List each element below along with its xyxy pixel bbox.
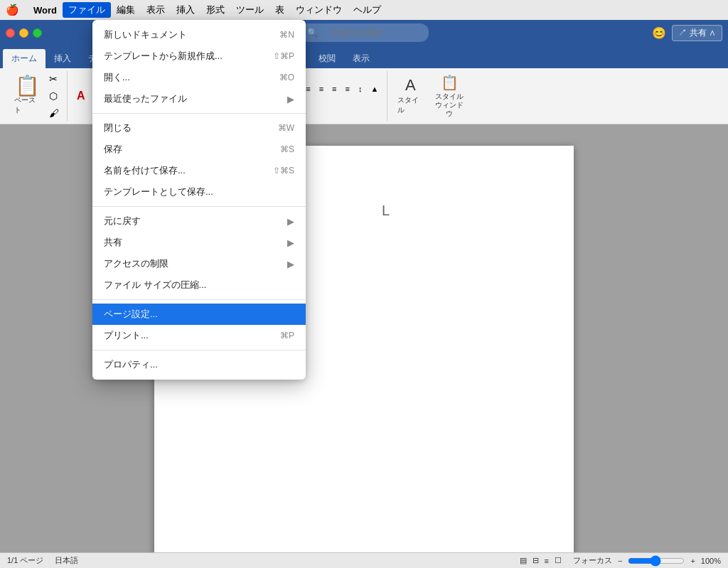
view-icon-1[interactable]: ▤ bbox=[520, 556, 527, 565]
menu-item-word[interactable]: Word bbox=[28, 4, 63, 17]
menu-item-label-7: テンプレートとして保存... bbox=[104, 186, 213, 198]
maximize-button[interactable] bbox=[33, 28, 42, 38]
styles-button[interactable]: A スタイル bbox=[393, 74, 427, 118]
menu-row-left-6: 名前を付けて保存... bbox=[104, 164, 186, 177]
file-menu-item-3[interactable]: 最近使ったファイル▶ bbox=[92, 88, 306, 109]
file-menu-item-4[interactable]: 閉じる⌘W bbox=[92, 117, 306, 139]
menu-shortcut-13: ⌘P bbox=[280, 331, 294, 341]
tab-home[interactable]: ホーム bbox=[3, 49, 46, 68]
font-size-btn[interactable]: A bbox=[73, 87, 89, 105]
file-menu-item-11[interactable]: ファイル サイズの圧縮... bbox=[92, 274, 306, 296]
menu-item-insert[interactable]: 挿入 bbox=[171, 2, 200, 18]
menu-row-left-5: 保存 bbox=[104, 143, 122, 156]
menu-item-right-8: ▶ bbox=[282, 216, 294, 227]
menu-separator-7 bbox=[92, 206, 306, 207]
search-icon: 🔍 bbox=[307, 28, 318, 38]
menu-item-label-9: 共有 bbox=[104, 236, 122, 249]
justify-btn[interactable]: ≡ bbox=[342, 82, 353, 95]
menu-item-label-14: プロパティ... bbox=[104, 358, 158, 371]
file-menu: 新しいドキュメント⌘Nテンプレートから新規作成...⇧⌘P開く...⌘O最近使っ… bbox=[92, 20, 306, 380]
file-menu-item-14[interactable]: プロパティ... bbox=[92, 354, 306, 375]
menu-item-edit[interactable]: 編集 bbox=[111, 2, 141, 18]
minimize-button[interactable] bbox=[19, 28, 28, 38]
menu-row-left-8: 元に戻す bbox=[104, 215, 141, 227]
paste-group-top: 📋 ペースト ✂ ⬡ 🖌 bbox=[10, 71, 63, 121]
menu-shortcut-0: ⌘N bbox=[279, 30, 294, 40]
styles-group: A スタイル 📋 スタイルウィンドウ bbox=[389, 71, 474, 121]
align-right-btn[interactable]: ≡ bbox=[328, 82, 340, 95]
file-menu-item-7[interactable]: テンプレートとして保存... bbox=[92, 181, 306, 203]
copy-button[interactable]: ⬡ bbox=[46, 88, 63, 104]
styles-icon: A bbox=[402, 77, 419, 94]
tab-view[interactable]: 表示 bbox=[344, 49, 378, 68]
styles-group-top: A スタイル 📋 スタイルウィンドウ bbox=[393, 71, 470, 121]
format-painter-button[interactable]: 🖌 bbox=[46, 105, 63, 121]
menu-item-window[interactable]: ウィンドウ bbox=[290, 2, 348, 18]
status-left: 1/1 ページ 日本語 bbox=[7, 555, 78, 566]
file-menu-item-0[interactable]: 新しいドキュメント⌘N bbox=[92, 24, 306, 45]
file-menu-item-12[interactable]: ページ設定... bbox=[92, 304, 306, 325]
paste-label: ペースト bbox=[14, 95, 40, 115]
view-icon-2[interactable]: ⊟ bbox=[532, 556, 539, 565]
zoom-plus-btn[interactable]: + bbox=[690, 557, 695, 565]
paste-button[interactable]: 📋 ペースト bbox=[10, 74, 44, 118]
apple-logo-icon[interactable]: 🍎 bbox=[6, 4, 19, 16]
menu-item-right-5: ⌘S bbox=[263, 144, 294, 154]
menu-item-right-1: ⇧⌘P bbox=[256, 51, 294, 61]
traffic-lights bbox=[6, 28, 42, 38]
menu-item-right-4: ⌘W bbox=[261, 123, 294, 133]
styles-window-button[interactable]: 📋 スタイルウィンドウ bbox=[429, 71, 470, 121]
menu-item-format[interactable]: 形式 bbox=[200, 2, 230, 18]
tab-review[interactable]: 校閲 bbox=[310, 49, 344, 68]
file-menu-item-13[interactable]: プリント...⌘P bbox=[92, 325, 306, 346]
menu-item-right-13: ⌘P bbox=[263, 331, 294, 341]
close-button[interactable] bbox=[6, 28, 15, 38]
paste-icon: 📋 bbox=[18, 77, 36, 94]
menu-row-left-11: ファイル サイズの圧縮... bbox=[104, 279, 206, 291]
menu-shortcut-4: ⌘W bbox=[278, 123, 294, 133]
view-icon-4[interactable]: ☐ bbox=[555, 556, 562, 565]
line-spacing-btn[interactable]: ↕ bbox=[355, 82, 366, 95]
share-button[interactable]: ↗ 共有 ∧ bbox=[672, 25, 722, 41]
menu-separator-13 bbox=[92, 350, 306, 350]
menu-item-help[interactable]: ヘルプ bbox=[348, 2, 387, 18]
cut-button[interactable]: ✂ bbox=[46, 71, 63, 87]
styles-window-label: スタイルウィンドウ bbox=[433, 92, 466, 118]
menu-item-label-12: ページ設定... bbox=[104, 308, 158, 321]
menu-row-left-12: ページ設定... bbox=[104, 308, 158, 321]
menu-item-label-10: アクセスの制限 bbox=[104, 257, 168, 270]
menu-item-tools[interactable]: ツール bbox=[230, 2, 269, 18]
menu-item-label-11: ファイル サイズの圧縮... bbox=[104, 279, 206, 291]
menu-shortcut-6: ⇧⌘S bbox=[273, 166, 294, 176]
file-menu-item-2[interactable]: 開く...⌘O bbox=[92, 67, 306, 88]
menu-item-right-2: ⌘O bbox=[262, 73, 294, 82]
search-container: 🔍 bbox=[300, 23, 429, 42]
menu-row-left-4: 閉じる bbox=[104, 122, 132, 134]
user-icon[interactable]: 😊 bbox=[652, 26, 666, 40]
align-center-btn[interactable]: ≡ bbox=[316, 82, 327, 95]
zoom-level: 100% bbox=[701, 557, 721, 565]
menu-row-left-13: プリント... bbox=[104, 329, 149, 342]
menu-item-table[interactable]: 表 bbox=[269, 2, 290, 18]
zoom-minus-btn[interactable]: − bbox=[618, 557, 622, 565]
file-menu-item-10[interactable]: アクセスの制限▶ bbox=[92, 253, 306, 274]
menu-item-label-1: テンプレートから新規作成... bbox=[104, 50, 223, 63]
shading-btn[interactable]: ▲ bbox=[367, 82, 382, 95]
file-menu-item-5[interactable]: 保存⌘S bbox=[92, 139, 306, 160]
file-menu-item-1[interactable]: テンプレートから新規作成...⇧⌘P bbox=[92, 45, 306, 67]
zoom-slider[interactable] bbox=[628, 555, 685, 567]
file-menu-item-9[interactable]: 共有▶ bbox=[92, 232, 306, 253]
menu-item-label-3: 最近使ったファイル bbox=[104, 92, 187, 105]
focus-label: フォーカス bbox=[573, 555, 612, 566]
menu-item-label-6: 名前を付けて保存... bbox=[104, 164, 186, 177]
tab-insert[interactable]: 挿入 bbox=[46, 49, 80, 68]
menu-item-file[interactable]: ファイル bbox=[63, 2, 111, 18]
search-input[interactable] bbox=[322, 26, 422, 40]
file-menu-item-8[interactable]: 元に戻す▶ bbox=[92, 210, 306, 232]
menu-row-left-0: 新しいドキュメント bbox=[104, 28, 187, 41]
menu-item-view[interactable]: 表示 bbox=[141, 2, 171, 18]
file-menu-item-6[interactable]: 名前を付けて保存...⇧⌘S bbox=[92, 160, 306, 181]
view-icon-3[interactable]: ≡ bbox=[545, 557, 549, 565]
paste-group: 📋 ペースト ✂ ⬡ 🖌 bbox=[6, 71, 68, 121]
menu-row-left-9: 共有 bbox=[104, 236, 122, 249]
